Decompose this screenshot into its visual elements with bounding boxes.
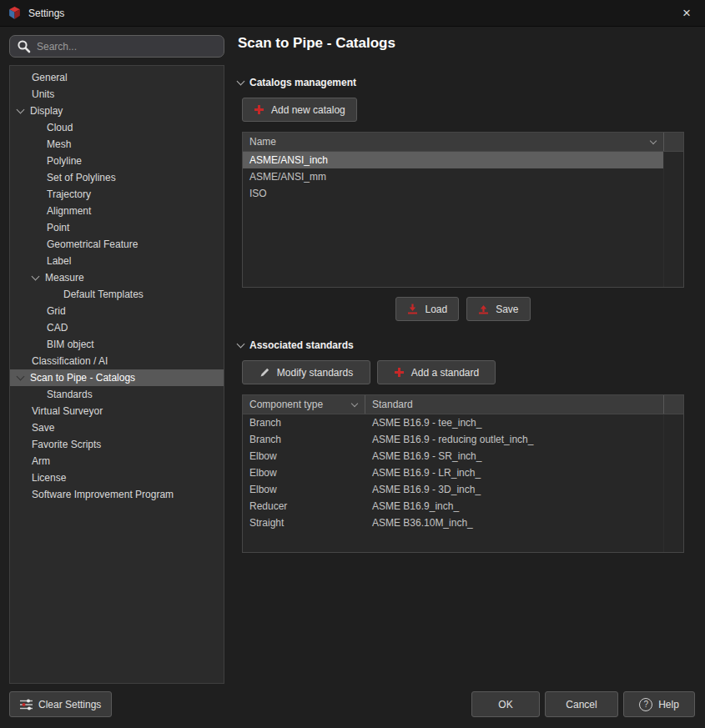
- sidebar-item-standards[interactable]: Standards: [10, 386, 224, 403]
- sidebar-item-software-improvement-program[interactable]: Software Improvement Program: [10, 486, 224, 503]
- collapse-chevron-icon[interactable]: [237, 340, 245, 349]
- search-input[interactable]: [37, 41, 217, 53]
- sidebar-item-label: Cloud: [47, 122, 73, 133]
- standards-table: Component type Standard BranchASME B16.9…: [242, 394, 684, 553]
- save-button[interactable]: Save: [466, 297, 530, 321]
- sidebar-item-save[interactable]: Save: [10, 419, 224, 436]
- sidebar-item-default-templates[interactable]: Default Templates: [10, 286, 224, 303]
- sidebar-item-polyline[interactable]: Polyline: [10, 153, 224, 169]
- column-header-name[interactable]: Name: [243, 133, 663, 151]
- add-standard-button[interactable]: Add a standard: [377, 360, 496, 384]
- chevron-down-icon[interactable]: [17, 106, 25, 114]
- add-standard-label: Add a standard: [411, 367, 479, 379]
- table-row[interactable]: BranchASME B16.9 - reducing outlet_inch_: [243, 431, 663, 448]
- component-type: Branch: [243, 417, 365, 429]
- sidebar-item-cad[interactable]: CAD: [10, 319, 224, 336]
- sidebar-item-label: Virtual Surveyor: [32, 405, 103, 417]
- sidebar-item-point[interactable]: Point: [10, 219, 224, 236]
- close-button[interactable]: ×: [668, 0, 705, 27]
- dialog-buttons: OK Cancel ? Help: [471, 691, 695, 717]
- table-row[interactable]: ASME/ANSI_inch: [243, 152, 663, 168]
- sidebar-item-display[interactable]: Display: [10, 103, 224, 119]
- window-title: Settings: [28, 8, 64, 19]
- standard-name: ASME B16.9 - tee_inch_: [365, 417, 663, 429]
- sidebar-item-virtual-surveyor[interactable]: Virtual Surveyor: [10, 403, 224, 419]
- section-title: Associated standards: [249, 339, 354, 351]
- sidebar-item-license[interactable]: License: [10, 469, 224, 486]
- sidebar-item-label: Geometrical Feature: [47, 238, 138, 250]
- sidebar-item-general[interactable]: General: [10, 69, 224, 86]
- catalogs-table-rows: ASME/ANSI_inch ASME/ANSI_mm ISO: [243, 152, 663, 287]
- cancel-button[interactable]: Cancel: [545, 691, 618, 717]
- sidebar-item-arm[interactable]: Arm: [10, 453, 224, 469]
- catalog-name: ASME/ANSI_inch: [243, 154, 663, 166]
- standards-actions-row: Modify standards Add a standard: [242, 360, 496, 384]
- sidebar-item-measure[interactable]: Measure: [10, 269, 224, 286]
- column-header-standard[interactable]: Standard: [365, 395, 663, 414]
- sidebar-item-favorite-scripts[interactable]: Favorite Scripts: [10, 436, 224, 453]
- clear-settings-icon: [20, 699, 33, 710]
- cancel-label: Cancel: [566, 699, 597, 710]
- sidebar-item-alignment[interactable]: Alignment: [10, 203, 224, 219]
- load-icon: [407, 304, 418, 314]
- sidebar-item-label: Set of Polylines: [47, 172, 116, 183]
- sidebar-item-label: BIM object: [47, 339, 94, 350]
- component-type: Branch: [243, 434, 365, 445]
- sidebar-item-label: Classification / AI: [32, 355, 108, 367]
- standard-name: ASME B16.9 - LR_inch_: [365, 467, 663, 479]
- catalogs-management-section-header[interactable]: Catalogs management: [238, 77, 356, 88]
- table-row[interactable]: BranchASME B16.9 - tee_inch_: [243, 414, 663, 431]
- sidebar-item-cloud[interactable]: Cloud: [10, 119, 224, 136]
- sidebar-item-label: General: [32, 72, 68, 83]
- standard-name: ASME B36.10M_inch_: [365, 517, 663, 529]
- table-row[interactable]: ASME/ANSI_mm: [243, 168, 663, 185]
- help-button[interactable]: ? Help: [623, 691, 695, 717]
- sidebar-item-geometrical-feature[interactable]: Geometrical Feature: [10, 236, 224, 253]
- catalogs-table-header: Name: [243, 133, 683, 152]
- table-row[interactable]: ElbowASME B16.9 - SR_inch_: [243, 448, 663, 464]
- sidebar-item-units[interactable]: Units: [10, 86, 224, 103]
- sidebar-item-mesh[interactable]: Mesh: [10, 136, 224, 153]
- sidebar-item-label: Standards: [47, 389, 93, 400]
- ok-button[interactable]: OK: [471, 691, 540, 717]
- clear-settings-button[interactable]: Clear Settings: [9, 691, 112, 717]
- column-header-component-type[interactable]: Component type: [243, 395, 365, 414]
- sidebar-item-label: Mesh: [47, 138, 71, 150]
- app-icon: [8, 6, 22, 20]
- sidebar-item-scan-to-pipe-catalogs[interactable]: Scan to Pipe - Catalogs: [10, 369, 224, 386]
- table-row[interactable]: ElbowASME B16.9 - 3D_inch_: [243, 481, 663, 498]
- sidebar-item-label: Arm: [32, 455, 50, 467]
- sidebar-item-label: Units: [32, 88, 54, 100]
- standards-table-header: Component type Standard: [243, 395, 683, 414]
- collapse-chevron-icon[interactable]: [237, 78, 245, 86]
- titlebar: Settings ×: [0, 0, 705, 27]
- table-row[interactable]: ReducerASME B16.9_inch_: [243, 498, 663, 515]
- column-header-label: Component type: [249, 399, 323, 410]
- component-type: Reducer: [243, 500, 365, 512]
- sidebar-item-label: Favorite Scripts: [32, 439, 101, 450]
- modify-standards-button[interactable]: Modify standards: [242, 360, 370, 384]
- component-type: Elbow: [243, 450, 365, 462]
- sidebar-item-set-of-polylines[interactable]: Set of Polylines: [10, 169, 224, 186]
- sidebar-item-label[interactable]: Label: [10, 253, 224, 269]
- pencil-icon: [259, 367, 270, 378]
- table-row[interactable]: StraightASME B36.10M_inch_: [243, 515, 663, 531]
- component-type: Elbow: [243, 484, 365, 495]
- chevron-down-icon[interactable]: [32, 273, 40, 281]
- chevron-down-icon[interactable]: [17, 373, 25, 381]
- sidebar-item-grid[interactable]: Grid: [10, 303, 224, 319]
- add-new-catalog-button[interactable]: Add new catalog: [242, 98, 357, 122]
- load-button[interactable]: Load: [395, 297, 459, 321]
- standard-name: ASME B16.9_inch_: [365, 500, 663, 512]
- help-label: Help: [658, 699, 679, 710]
- sidebar-item-bim-object[interactable]: BIM object: [10, 336, 224, 353]
- associated-standards-section-header[interactable]: Associated standards: [238, 339, 354, 351]
- sidebar-item-trajectory[interactable]: Trajectory: [10, 186, 224, 203]
- sidebar-item-label: Software Improvement Program: [32, 489, 174, 500]
- modify-standards-label: Modify standards: [277, 367, 353, 379]
- sidebar-item-classification-ai[interactable]: Classification / AI: [10, 353, 224, 369]
- standard-name: ASME B16.9 - SR_inch_: [365, 450, 663, 462]
- table-row[interactable]: ElbowASME B16.9 - LR_inch_: [243, 464, 663, 481]
- sidebar-item-label: Trajectory: [47, 188, 91, 200]
- table-row[interactable]: ISO: [243, 185, 663, 202]
